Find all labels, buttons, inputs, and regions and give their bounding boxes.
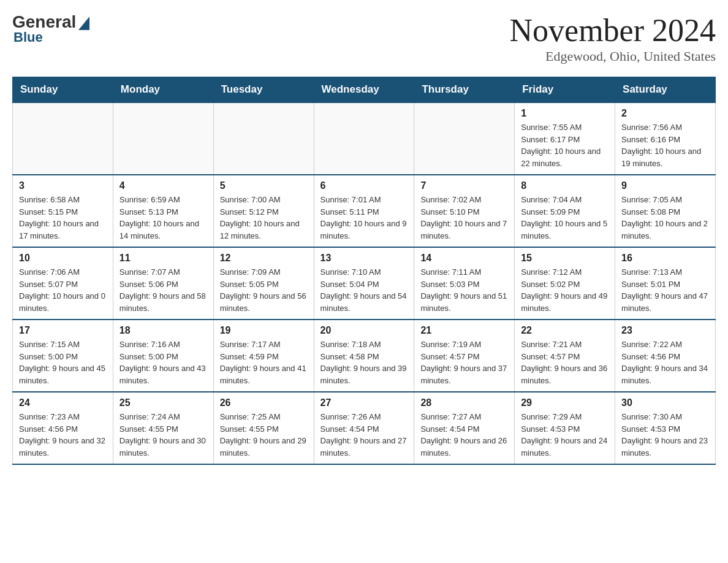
day-number: 6 (320, 180, 408, 191)
calendar-cell: 8Sunrise: 7:04 AM Sunset: 5:09 PM Daylig… (515, 175, 615, 247)
calendar-cell: 10Sunrise: 7:06 AM Sunset: 5:07 PM Dayli… (13, 247, 113, 320)
day-number: 16 (621, 253, 709, 264)
day-info: Sunrise: 7:26 AM Sunset: 4:54 PM Dayligh… (320, 411, 408, 459)
calendar-cell: 27Sunrise: 7:26 AM Sunset: 4:54 PM Dayli… (314, 392, 414, 464)
calendar-cell: 7Sunrise: 7:02 AM Sunset: 5:10 PM Daylig… (414, 175, 515, 247)
day-info: Sunrise: 7:56 AM Sunset: 6:16 PM Dayligh… (621, 121, 709, 169)
calendar-cell: 30Sunrise: 7:30 AM Sunset: 4:53 PM Dayli… (615, 392, 716, 464)
day-info: Sunrise: 7:25 AM Sunset: 4:55 PM Dayligh… (220, 411, 308, 459)
logo: General Blue (12, 12, 89, 45)
day-info: Sunrise: 7:06 AM Sunset: 5:07 PM Dayligh… (19, 266, 107, 314)
calendar-week-row: 24Sunrise: 7:23 AM Sunset: 4:56 PM Dayli… (13, 392, 716, 464)
month-year-title: November 2024 (510, 12, 716, 48)
day-number: 7 (420, 180, 508, 191)
logo-blue-text: Blue (13, 29, 43, 45)
day-info: Sunrise: 7:02 AM Sunset: 5:10 PM Dayligh… (420, 194, 508, 242)
calendar-cell: 6Sunrise: 7:01 AM Sunset: 5:11 PM Daylig… (314, 175, 414, 247)
day-number: 25 (119, 397, 207, 408)
day-info: Sunrise: 6:59 AM Sunset: 5:13 PM Dayligh… (119, 194, 207, 242)
calendar-cell: 28Sunrise: 7:27 AM Sunset: 4:54 PM Dayli… (414, 392, 515, 464)
day-info: Sunrise: 7:27 AM Sunset: 4:54 PM Dayligh… (420, 411, 508, 459)
calendar-cell: 17Sunrise: 7:15 AM Sunset: 5:00 PM Dayli… (13, 320, 113, 392)
day-info: Sunrise: 7:15 AM Sunset: 5:00 PM Dayligh… (19, 339, 107, 386)
day-number: 12 (220, 253, 308, 264)
day-info: Sunrise: 7:30 AM Sunset: 4:53 PM Dayligh… (621, 411, 709, 459)
day-number: 27 (320, 397, 408, 408)
calendar-cell: 3Sunrise: 6:58 AM Sunset: 5:15 PM Daylig… (13, 175, 113, 247)
title-section: November 2024 Edgewood, Ohio, United Sta… (510, 12, 716, 64)
calendar-cell: 23Sunrise: 7:22 AM Sunset: 4:56 PM Dayli… (615, 320, 716, 392)
calendar-cell: 26Sunrise: 7:25 AM Sunset: 4:55 PM Dayli… (213, 392, 314, 464)
day-number: 14 (420, 253, 508, 264)
day-info: Sunrise: 7:19 AM Sunset: 4:57 PM Dayligh… (420, 339, 508, 386)
calendar-cell: 22Sunrise: 7:21 AM Sunset: 4:57 PM Dayli… (515, 320, 615, 392)
day-number: 22 (521, 325, 609, 336)
calendar-cell: 20Sunrise: 7:18 AM Sunset: 4:58 PM Dayli… (314, 320, 414, 392)
day-number: 23 (621, 325, 709, 336)
calendar-cell: 11Sunrise: 7:07 AM Sunset: 5:06 PM Dayli… (113, 247, 213, 320)
calendar-cell (314, 102, 414, 175)
weekday-header-saturday: Saturday (615, 77, 716, 103)
day-info: Sunrise: 7:09 AM Sunset: 5:05 PM Dayligh… (220, 266, 308, 314)
calendar-cell: 13Sunrise: 7:10 AM Sunset: 5:04 PM Dayli… (314, 247, 414, 320)
weekday-header-tuesday: Tuesday (213, 77, 314, 103)
calendar-cell: 21Sunrise: 7:19 AM Sunset: 4:57 PM Dayli… (414, 320, 515, 392)
day-info: Sunrise: 6:58 AM Sunset: 5:15 PM Dayligh… (19, 194, 107, 242)
day-number: 21 (420, 325, 508, 336)
calendar-cell: 2Sunrise: 7:56 AM Sunset: 6:16 PM Daylig… (615, 102, 716, 175)
calendar-cell: 9Sunrise: 7:05 AM Sunset: 5:08 PM Daylig… (615, 175, 716, 247)
day-info: Sunrise: 7:10 AM Sunset: 5:04 PM Dayligh… (320, 266, 408, 314)
calendar-cell: 5Sunrise: 7:00 AM Sunset: 5:12 PM Daylig… (213, 175, 314, 247)
day-number: 24 (19, 397, 107, 408)
day-info: Sunrise: 7:00 AM Sunset: 5:12 PM Dayligh… (220, 194, 308, 242)
calendar-cell (13, 102, 113, 175)
calendar-cell: 14Sunrise: 7:11 AM Sunset: 5:03 PM Dayli… (414, 247, 515, 320)
day-info: Sunrise: 7:55 AM Sunset: 6:17 PM Dayligh… (521, 121, 609, 169)
day-number: 28 (420, 397, 508, 408)
calendar-cell: 15Sunrise: 7:12 AM Sunset: 5:02 PM Dayli… (515, 247, 615, 320)
weekday-header-friday: Friday (515, 77, 615, 103)
day-number: 8 (521, 180, 609, 191)
day-info: Sunrise: 7:13 AM Sunset: 5:01 PM Dayligh… (621, 266, 709, 314)
day-number: 26 (220, 397, 308, 408)
day-info: Sunrise: 7:16 AM Sunset: 5:00 PM Dayligh… (119, 339, 207, 386)
day-info: Sunrise: 7:17 AM Sunset: 4:59 PM Dayligh… (220, 339, 308, 386)
day-number: 15 (521, 253, 609, 264)
calendar-cell: 29Sunrise: 7:29 AM Sunset: 4:53 PM Dayli… (515, 392, 615, 464)
day-number: 3 (19, 180, 107, 191)
day-info: Sunrise: 7:11 AM Sunset: 5:03 PM Dayligh… (420, 266, 508, 314)
weekday-header-row: SundayMondayTuesdayWednesdayThursdayFrid… (13, 77, 716, 103)
day-number: 10 (19, 253, 107, 264)
calendar-cell (213, 102, 314, 175)
calendar-week-row: 17Sunrise: 7:15 AM Sunset: 5:00 PM Dayli… (13, 320, 716, 392)
logo-triangle-icon (78, 17, 89, 30)
calendar-cell: 4Sunrise: 6:59 AM Sunset: 5:13 PM Daylig… (113, 175, 213, 247)
day-info: Sunrise: 7:12 AM Sunset: 5:02 PM Dayligh… (521, 266, 609, 314)
calendar-cell (414, 102, 515, 175)
day-info: Sunrise: 7:01 AM Sunset: 5:11 PM Dayligh… (320, 194, 408, 242)
day-number: 4 (119, 180, 207, 191)
calendar-cell (113, 102, 213, 175)
calendar-week-row: 3Sunrise: 6:58 AM Sunset: 5:15 PM Daylig… (13, 175, 716, 247)
page-header: General Blue November 2024 Edgewood, Ohi… (12, 12, 716, 64)
calendar-table: SundayMondayTuesdayWednesdayThursdayFrid… (12, 77, 716, 465)
calendar-cell: 25Sunrise: 7:24 AM Sunset: 4:55 PM Dayli… (113, 392, 213, 464)
calendar-cell: 24Sunrise: 7:23 AM Sunset: 4:56 PM Dayli… (13, 392, 113, 464)
weekday-header-wednesday: Wednesday (314, 77, 414, 103)
day-number: 9 (621, 180, 709, 191)
day-info: Sunrise: 7:21 AM Sunset: 4:57 PM Dayligh… (521, 339, 609, 386)
location-subtitle: Edgewood, Ohio, United States (510, 48, 716, 64)
day-info: Sunrise: 7:04 AM Sunset: 5:09 PM Dayligh… (521, 194, 609, 242)
calendar-cell: 18Sunrise: 7:16 AM Sunset: 5:00 PM Dayli… (113, 320, 213, 392)
day-number: 20 (320, 325, 408, 336)
day-info: Sunrise: 7:07 AM Sunset: 5:06 PM Dayligh… (119, 266, 207, 314)
day-number: 17 (19, 325, 107, 336)
calendar-cell: 12Sunrise: 7:09 AM Sunset: 5:05 PM Dayli… (213, 247, 314, 320)
day-info: Sunrise: 7:18 AM Sunset: 4:58 PM Dayligh… (320, 339, 408, 386)
day-number: 5 (220, 180, 308, 191)
calendar-cell: 1Sunrise: 7:55 AM Sunset: 6:17 PM Daylig… (515, 102, 615, 175)
weekday-header-monday: Monday (113, 77, 213, 103)
day-number: 29 (521, 397, 609, 408)
day-number: 11 (119, 253, 207, 264)
day-number: 1 (521, 108, 609, 119)
